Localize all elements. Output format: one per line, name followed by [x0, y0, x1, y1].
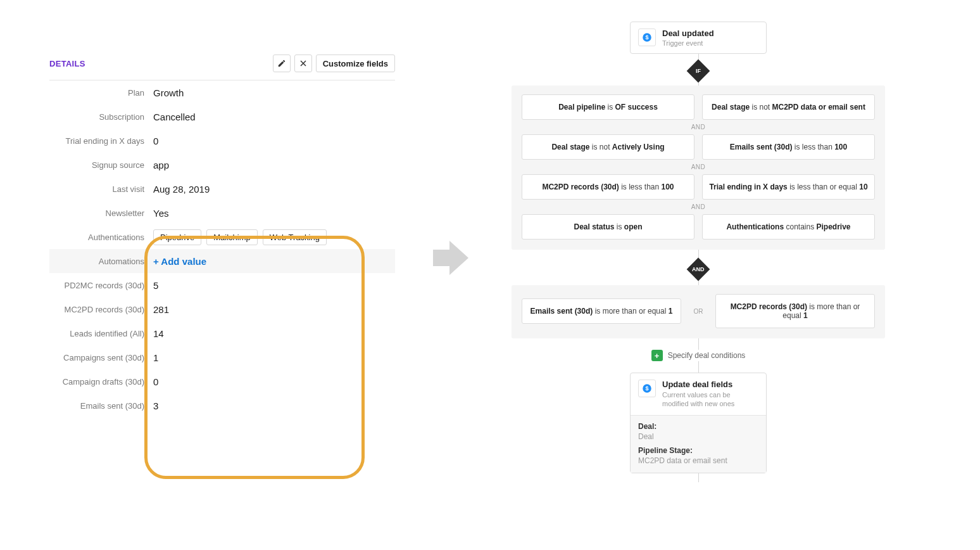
field-trial: Trial ending in X days 0 — [49, 129, 395, 153]
add-value-link[interactable]: + Add value — [153, 256, 206, 267]
trigger-title: Deal updated — [662, 29, 714, 38]
condition-card[interactable]: Deal pipeline is OF success — [522, 94, 694, 120]
field-value[interactable]: Growth — [153, 87, 184, 98]
auth-tags: Pipedrive Mailchimp Web Tracking — [153, 229, 327, 245]
deal-icon: $ — [638, 380, 656, 397]
field-value[interactable]: 3 — [153, 400, 158, 411]
and-label: AND — [522, 203, 875, 210]
svg-text:$: $ — [645, 34, 648, 41]
condition-card[interactable]: MC2PD records (30d) is more than or equa… — [715, 294, 875, 328]
field-value[interactable]: Cancelled — [153, 112, 196, 122]
pencil-icon — [277, 59, 286, 68]
action-title: Update deal fields — [662, 380, 758, 389]
details-panel: DETAILS Customize fields Plan Growth Sub… — [49, 54, 395, 418]
field-value[interactable]: app — [153, 160, 169, 170]
condition-row: Emails sent (30d) is more than or equal … — [522, 294, 875, 328]
field-label: Authentications — [49, 233, 153, 242]
action-stage-value: MC2PD data or email sent — [638, 456, 758, 465]
condition-row: Deal pipeline is OF success Deal stage i… — [522, 94, 875, 120]
condition-card[interactable]: Deal status is open — [522, 214, 694, 240]
condition-card[interactable]: Emails sent (30d) is less than 100 — [702, 134, 875, 160]
action-deal-value: Deal — [638, 432, 758, 441]
condition-group-2: Emails sent (30d) is more than or equal … — [512, 285, 885, 338]
field-leads: Leads identified (All) 14 — [49, 321, 395, 345]
field-emails-sent: Emails sent (30d) 3 — [49, 393, 395, 418]
field-value[interactable]: 5 — [153, 280, 158, 291]
specify-conditions[interactable]: + Specify deal conditions — [651, 350, 746, 361]
field-subscription: Subscription Cancelled — [49, 105, 395, 129]
field-authentications: Authentications Pipedrive Mailchimp Web … — [49, 225, 395, 249]
condition-row: Deal stage is not Actively Using Emails … — [522, 134, 875, 160]
auth-tag[interactable]: Pipedrive — [153, 229, 201, 245]
details-header: DETAILS Customize fields — [49, 54, 395, 80]
condition-card[interactable]: Trial ending in X days is less than or e… — [702, 174, 875, 200]
action-subtitle: Current values can be modified with new … — [662, 390, 758, 409]
field-label: Campaign drafts (30d) — [49, 377, 153, 387]
field-label: Leads identified (All) — [49, 329, 153, 338]
field-label: Newsletter — [49, 208, 153, 218]
customize-fields-button[interactable]: Customize fields — [316, 54, 395, 72]
field-label: Last visit — [49, 184, 153, 194]
action-card[interactable]: $ Update deal fields Current values can … — [630, 373, 767, 473]
field-value[interactable]: 281 — [153, 304, 169, 315]
condition-card[interactable]: Deal stage is not Actively Using — [522, 134, 694, 160]
specify-label: Specify deal conditions — [668, 351, 746, 360]
trigger-subtitle: Trigger event — [662, 39, 714, 47]
auth-tag[interactable]: Web Tracking — [263, 229, 327, 245]
if-diamond: IF — [687, 60, 710, 83]
condition-card[interactable]: Emails sent (30d) is more than or equal … — [522, 298, 681, 324]
field-label: Trial ending in X days — [49, 136, 153, 146]
connector-line — [698, 338, 699, 350]
condition-card[interactable]: Authentications contains Pipedrive — [702, 214, 875, 240]
trigger-text: Deal updated Trigger event — [662, 29, 714, 47]
and-label: AND — [692, 266, 705, 272]
field-mc2pd: MC2PD records (30d) 281 — [49, 297, 395, 321]
field-value[interactable]: 0 — [153, 136, 158, 146]
details-title: DETAILS — [49, 59, 85, 68]
or-label: OR — [689, 308, 708, 315]
and-label: AND — [522, 124, 875, 131]
field-value[interactable]: 14 — [153, 328, 164, 339]
condition-card[interactable]: Deal stage is not MC2PD data or email se… — [702, 94, 875, 120]
svg-text:$: $ — [645, 385, 648, 392]
field-label: PD2MC records (30d) — [49, 281, 153, 290]
condition-card[interactable]: MC2PD records (30d) is less than 100 — [522, 174, 694, 200]
plus-icon[interactable]: + — [651, 350, 663, 361]
action-stage-label: Pipeline Stage: — [638, 446, 758, 455]
condition-row: MC2PD records (30d) is less than 100 Tri… — [522, 174, 875, 200]
field-label: Campaigns sent (30d) — [49, 353, 153, 362]
field-label: Signup source — [49, 160, 153, 170]
arrow-right-icon — [433, 241, 471, 275]
field-plan: Plan Growth — [49, 80, 395, 105]
field-value[interactable]: 1 — [153, 352, 158, 363]
field-label: Plan — [49, 88, 153, 98]
close-icon — [299, 60, 307, 67]
connector-line — [698, 361, 699, 373]
field-campaigns-sent: Campaigns sent (30d) 1 — [49, 345, 395, 369]
if-label: IF — [696, 68, 701, 74]
condition-row: Deal status is open Authentications cont… — [522, 214, 875, 240]
field-label: Emails sent (30d) — [49, 401, 153, 411]
field-value[interactable]: Yes — [153, 208, 168, 219]
field-signup-source: Signup source app — [49, 153, 395, 177]
field-value[interactable]: Aug 28, 2019 — [153, 184, 210, 195]
trigger-card[interactable]: $ Deal updated Trigger event — [630, 22, 767, 54]
field-campaign-drafts: Campaign drafts (30d) 0 — [49, 369, 395, 393]
condition-group-1: Deal pipeline is OF success Deal stage i… — [512, 86, 885, 250]
connector-line — [698, 473, 699, 482]
auth-tag[interactable]: Mailchimp — [206, 229, 258, 245]
and-diamond: AND — [687, 258, 710, 281]
details-actions: Customize fields — [273, 54, 395, 72]
edit-button[interactable] — [273, 54, 291, 72]
action-body: Deal: Deal Pipeline Stage: MC2PD data or… — [631, 415, 766, 473]
action-deal-label: Deal: — [638, 422, 758, 431]
field-label: MC2PD records (30d) — [49, 305, 153, 314]
close-button[interactable] — [294, 54, 312, 72]
deal-icon: $ — [638, 29, 656, 46]
automation-flow: $ Deal updated Trigger event IF Deal pip… — [512, 22, 885, 482]
field-label: Automations — [49, 257, 153, 266]
and-label: AND — [522, 163, 875, 170]
field-label: Subscription — [49, 112, 153, 122]
field-automations[interactable]: Automations + Add value — [49, 249, 395, 273]
field-value[interactable]: 0 — [153, 376, 158, 387]
